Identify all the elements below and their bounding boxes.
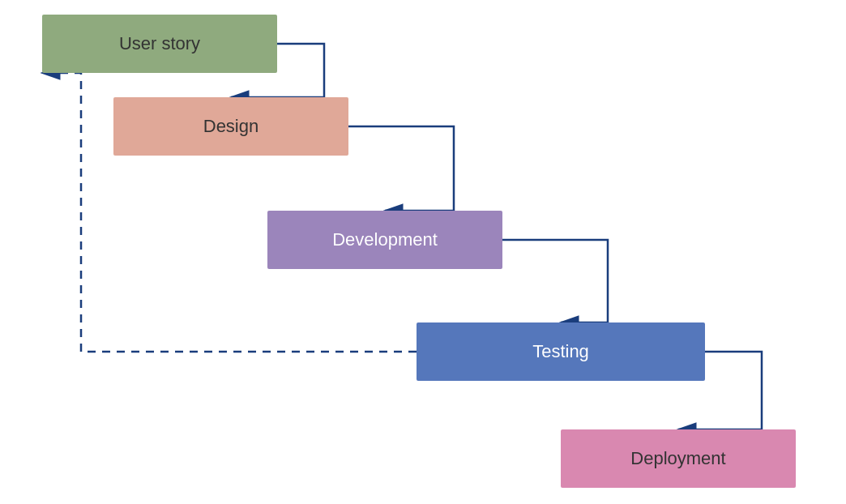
diagram-container: User story Design Development Testing De…: [0, 0, 846, 504]
arrow-design-development: [348, 126, 454, 211]
box-testing: Testing: [417, 322, 705, 381]
box-deployment-label: Deployment: [630, 448, 725, 469]
box-user-story-label: User story: [119, 33, 200, 54]
box-testing-label: Testing: [532, 341, 589, 362]
box-development-label: Development: [332, 229, 438, 250]
box-development: Development: [267, 211, 502, 269]
box-design: Design: [113, 97, 348, 156]
box-user-story: User story: [42, 15, 277, 73]
box-deployment: Deployment: [561, 429, 796, 488]
box-design-label: Design: [203, 116, 258, 137]
arrow-development-testing: [502, 240, 608, 322]
